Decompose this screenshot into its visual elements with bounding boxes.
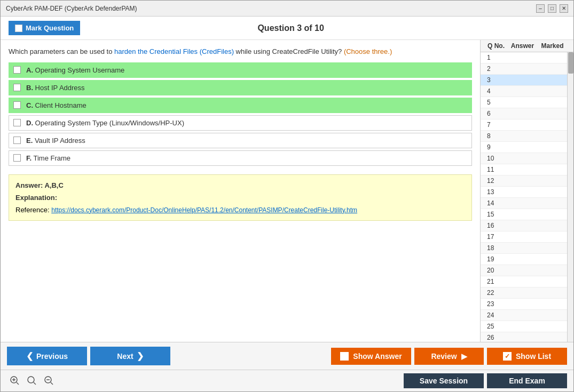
sidebar-rows: 1 2 3 4 5 6 7 8 9 10 11 12 13 14 15 16 1 bbox=[481, 52, 567, 342]
review-arrow-icon: ▶ bbox=[461, 352, 467, 361]
mark-question-label: Mark Question bbox=[26, 24, 74, 32]
sidebar-row-6[interactable]: 6 bbox=[481, 108, 567, 119]
sidebar-row-1[interactable]: 1 bbox=[481, 52, 567, 63]
sidebar-row-20[interactable]: 20 bbox=[481, 265, 567, 276]
show-answer-button[interactable]: Show Answer bbox=[331, 348, 411, 365]
toolbar-left: ❮ Previous Next ❯ bbox=[7, 347, 170, 365]
option-b[interactable]: B. Host IP Address bbox=[9, 80, 472, 95]
svg-point-4 bbox=[28, 377, 34, 383]
ref-label: Reference: bbox=[15, 206, 51, 214]
sidebar-row-8[interactable]: 8 bbox=[481, 131, 567, 142]
maximize-button[interactable]: □ bbox=[548, 4, 556, 13]
mark-question-button[interactable]: Mark Question bbox=[9, 21, 80, 35]
sidebar-row-12[interactable]: 12 bbox=[481, 175, 567, 187]
toolbar: ❮ Previous Next ❯ Show Answer Review ▶ ✓… bbox=[1, 342, 573, 370]
show-list-check-icon: ✓ bbox=[503, 352, 512, 361]
main-area: Which parameters can be used to harden t… bbox=[1, 40, 573, 342]
sidebar-row-9[interactable]: 9 bbox=[481, 142, 567, 153]
sidebar-scrollbar[interactable] bbox=[567, 52, 573, 342]
option-e-checkbox bbox=[13, 137, 21, 144]
sidebar-row-16[interactable]: 16 bbox=[481, 220, 567, 231]
previous-button[interactable]: ❮ Previous bbox=[7, 347, 87, 365]
sidebar-row-19[interactable]: 19 bbox=[481, 254, 567, 265]
sidebar-row-13[interactable]: 13 bbox=[481, 187, 567, 198]
question-sidebar: Q No. Answer Marked 1 2 3 4 5 6 7 8 9 10… bbox=[480, 40, 573, 342]
toolbar-center: Show Answer Review ▶ ✓ Show List bbox=[331, 348, 567, 365]
option-f[interactable]: F. Time Frame bbox=[9, 150, 472, 166]
zoom-controls bbox=[7, 374, 56, 388]
review-label: Review bbox=[431, 352, 457, 361]
next-button[interactable]: Next ❯ bbox=[90, 347, 170, 365]
sidebar-row-3[interactable]: 3 bbox=[481, 75, 567, 86]
svg-line-5 bbox=[34, 382, 36, 385]
option-a-text: A. Operating System Username bbox=[26, 66, 124, 74]
option-f-checkbox bbox=[13, 154, 21, 162]
sidebar-row-4[interactable]: 4 bbox=[481, 86, 567, 97]
sidebar-row-18[interactable]: 18 bbox=[481, 243, 567, 254]
option-a[interactable]: A. Operating System Username bbox=[9, 62, 472, 78]
next-arrow-icon: ❯ bbox=[137, 351, 144, 361]
sidebar-col-answer: Answer bbox=[507, 42, 538, 50]
scrollbar-thumb bbox=[568, 52, 573, 74]
sidebar-row-11[interactable]: 11 bbox=[481, 164, 567, 175]
question-text-choose: (Choose three.) bbox=[344, 47, 392, 55]
sidebar-row-22[interactable]: 22 bbox=[481, 287, 567, 299]
show-answer-label: Show Answer bbox=[353, 352, 402, 361]
option-e-text: E. Vault IP Address bbox=[26, 137, 85, 145]
zoom-normal-icon bbox=[26, 375, 37, 386]
option-d-checkbox bbox=[13, 119, 21, 126]
sidebar-row-5[interactable]: 5 bbox=[481, 97, 567, 108]
sidebar-row-14[interactable]: 14 bbox=[481, 198, 567, 209]
option-e[interactable]: E. Vault IP Address bbox=[9, 133, 472, 148]
sidebar-col-qno: Q No. bbox=[481, 42, 507, 50]
option-a-checkbox bbox=[13, 66, 21, 74]
sidebar-row-21[interactable]: 21 bbox=[481, 276, 567, 287]
question-text: Which parameters can be used to harden t… bbox=[9, 46, 472, 57]
option-c[interactable]: C. Client Hostname bbox=[9, 98, 472, 113]
review-button[interactable]: Review ▶ bbox=[414, 348, 484, 365]
reference-line: Reference: https://docs.cyberark.com/Pro… bbox=[15, 206, 465, 214]
header: Mark Question Question 3 of 10 bbox=[1, 17, 573, 40]
minimize-button[interactable]: – bbox=[536, 4, 545, 13]
svg-line-3 bbox=[17, 382, 19, 385]
main-window: CyberArk PAM-DEF (CyberArk DefenderPAM) … bbox=[0, 0, 574, 392]
explanation-line: Explanation: bbox=[15, 194, 465, 202]
mark-checkbox-icon bbox=[15, 25, 22, 32]
sidebar-row-24[interactable]: 24 bbox=[481, 310, 567, 321]
sidebar-row-23[interactable]: 23 bbox=[481, 299, 567, 310]
option-b-checkbox bbox=[13, 84, 21, 91]
option-f-text: F. Time Frame bbox=[26, 154, 70, 162]
prev-arrow-icon: ❮ bbox=[26, 351, 33, 361]
previous-label: Previous bbox=[36, 352, 68, 361]
ref-link[interactable]: https://docs.cyberark.com/Product-Doc/On… bbox=[51, 206, 357, 214]
sidebar-row-7[interactable]: 7 bbox=[481, 119, 567, 131]
sidebar-row-15[interactable]: 15 bbox=[481, 209, 567, 220]
window-controls: – □ ✕ bbox=[536, 4, 568, 13]
zoom-in-icon bbox=[9, 375, 20, 386]
show-answer-icon bbox=[340, 352, 349, 361]
sidebar-row-10[interactable]: 10 bbox=[481, 153, 567, 164]
question-text-part1: Which parameters can be used to bbox=[9, 47, 114, 55]
zoom-out-button[interactable] bbox=[41, 374, 56, 388]
sidebar-row-2[interactable]: 2 bbox=[481, 63, 567, 75]
end-exam-button[interactable]: End Exam bbox=[487, 373, 567, 388]
sidebar-row-17[interactable]: 17 bbox=[481, 231, 567, 243]
zoom-normal-button[interactable] bbox=[24, 374, 39, 388]
show-list-button[interactable]: ✓ Show List bbox=[487, 348, 567, 365]
option-c-text: C. Client Hostname bbox=[26, 101, 87, 109]
option-d-text: D. Operating System Type (Linux/Windows/… bbox=[26, 119, 184, 127]
bottom-bar: Save Session End Exam bbox=[1, 370, 573, 391]
option-b-text: B. Host IP Address bbox=[26, 84, 85, 92]
sidebar-row-26[interactable]: 26 bbox=[481, 332, 567, 342]
titlebar: CyberArk PAM-DEF (CyberArk DefenderPAM) … bbox=[1, 1, 573, 17]
sidebar-row-25[interactable]: 25 bbox=[481, 321, 567, 332]
options-list: A. Operating System Username B. Host IP … bbox=[9, 62, 472, 166]
zoom-out-icon bbox=[43, 375, 54, 386]
bottom-right: Save Session End Exam bbox=[404, 373, 567, 388]
question-title: Question 3 of 10 bbox=[91, 23, 491, 33]
option-d[interactable]: D. Operating System Type (Linux/Windows/… bbox=[9, 115, 472, 131]
close-button[interactable]: ✕ bbox=[560, 4, 568, 13]
answer-line: Answer: A,B,C bbox=[15, 181, 465, 189]
save-session-button[interactable]: Save Session bbox=[404, 373, 484, 388]
zoom-in-button[interactable] bbox=[7, 374, 22, 388]
